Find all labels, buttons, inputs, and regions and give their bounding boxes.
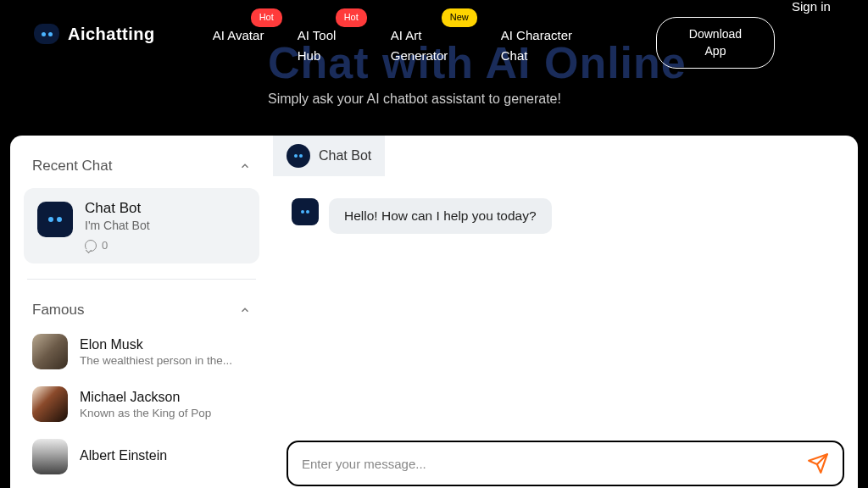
- nav-label: AI Art Generator: [391, 28, 448, 63]
- hero-subtitle: Simply ask your AI chatbot assistant to …: [268, 92, 561, 107]
- message-count-icon: [85, 240, 97, 252]
- nav-label: AI Tool Hub: [298, 28, 337, 63]
- section-title: Recent Chat: [32, 158, 113, 175]
- main-nav: AI Avatar Hot AI Tool Hub Hot AI Art Gen…: [198, 0, 656, 66]
- avatar: [32, 439, 68, 474]
- sidebar: Recent Chat Chat Bot I'm Chat Bot 0 Famo…: [10, 136, 273, 488]
- chevron-up-icon: [239, 304, 251, 316]
- famous-item-albert-einstein[interactable]: Albert Einstein: [20, 430, 263, 483]
- recent-chat-name: Chat Bot: [85, 200, 246, 217]
- message-bubble: Hello! How can I help you today?: [329, 198, 552, 234]
- section-title: Famous: [32, 302, 84, 319]
- badge-hot: Hot: [336, 8, 367, 27]
- recent-chat-desc: I'm Chat Bot: [85, 219, 246, 232]
- section-famous-header[interactable]: Famous: [20, 295, 263, 325]
- bot-avatar-icon: [287, 144, 310, 168]
- famous-desc: Known as the King of Pop: [80, 407, 211, 419]
- chat-tab-label: Chat Bot: [319, 148, 371, 164]
- recent-chat-body: Chat Bot I'm Chat Bot 0: [85, 200, 246, 252]
- recent-chat-item[interactable]: Chat Bot I'm Chat Bot 0: [24, 188, 259, 263]
- message-count: 0: [102, 239, 108, 252]
- chat-input[interactable]: [302, 457, 797, 471]
- nav-ai-avatar[interactable]: AI Avatar Hot: [198, 0, 282, 66]
- chat-input-bar: [287, 441, 844, 486]
- main-content: Recent Chat Chat Bot I'm Chat Bot 0 Famo…: [0, 136, 868, 488]
- famous-name: Michael Jackson: [80, 390, 211, 405]
- avatar: [32, 334, 68, 369]
- avatar: [32, 386, 68, 422]
- chat-tab[interactable]: Chat Bot: [273, 136, 385, 176]
- sign-in-link[interactable]: Sign in: [792, 0, 834, 17]
- famous-item-michael-jackson[interactable]: Michael Jackson Known as the King of Pop: [20, 378, 263, 430]
- chevron-up-icon: [239, 160, 251, 172]
- send-button[interactable]: [807, 452, 829, 474]
- nav-label: AI Character Chat: [501, 28, 572, 63]
- header: Aichatting AI Avatar Hot AI Tool Hub Hot…: [0, 0, 868, 85]
- nav-ai-art-generator[interactable]: AI Art Generator New: [376, 0, 486, 66]
- brand-robot-icon: [34, 24, 59, 44]
- recent-chat-meta: 0: [85, 239, 246, 252]
- famous-desc: The wealthiest person in the...: [80, 354, 232, 367]
- nav-label: AI Avatar: [213, 28, 264, 42]
- message-row: Hello! How can I help you today?: [292, 198, 839, 234]
- famous-body: Albert Einstein: [80, 448, 167, 465]
- nav-ai-tool-hub[interactable]: AI Tool Hub Hot: [282, 0, 376, 66]
- chat-messages: Hello! How can I help you today?: [273, 176, 858, 435]
- bot-avatar-icon: [292, 198, 319, 225]
- download-app-button[interactable]: Download App: [656, 17, 775, 69]
- famous-name: Elon Musk: [80, 337, 232, 352]
- chat-panel: Chat Bot Hello! How can I help you today…: [273, 136, 858, 488]
- brand-name: Aichatting: [68, 25, 155, 44]
- divider: [27, 279, 256, 280]
- bot-avatar-icon: [37, 202, 73, 237]
- badge-new: New: [442, 8, 477, 27]
- brand-logo[interactable]: Aichatting: [34, 24, 155, 44]
- nav-ai-character-chat[interactable]: AI Character Chat: [486, 0, 596, 66]
- famous-body: Michael Jackson Known as the King of Pop: [80, 390, 211, 419]
- famous-item-elon-musk[interactable]: Elon Musk The wealthiest person in the..…: [20, 325, 263, 378]
- famous-name: Albert Einstein: [80, 448, 167, 463]
- header-actions: Download App Sign in: [656, 0, 834, 69]
- badge-hot: Hot: [251, 8, 282, 27]
- section-recent-chat-header[interactable]: Recent Chat: [20, 151, 263, 181]
- send-icon: [807, 452, 829, 474]
- famous-body: Elon Musk The wealthiest person in the..…: [80, 337, 232, 367]
